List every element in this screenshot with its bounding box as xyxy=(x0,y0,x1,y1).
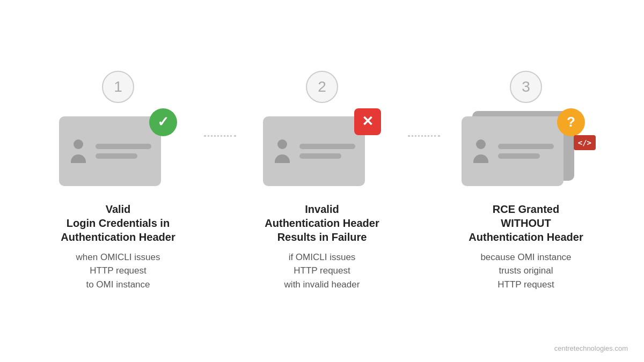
step-1-badge: ✓ xyxy=(149,108,177,136)
step-2-card-line-1 xyxy=(299,144,355,149)
step-2-desc: if OMICLI issues HTTP request with inval… xyxy=(265,250,379,292)
footer: centretechnologies.com xyxy=(554,344,628,352)
step-3-badge: ? xyxy=(557,108,585,136)
step-2-card-area: ✕ xyxy=(263,108,381,191)
step-3-question-icon: ? xyxy=(567,114,575,130)
step-3-title: RCE Granted WITHOUT Authentication Heade… xyxy=(469,202,583,244)
connector-1-2 xyxy=(204,71,236,137)
step-2-x-icon: ✕ xyxy=(362,113,374,130)
step-2-card-lines xyxy=(299,144,355,159)
step-1-card-area: ✓ xyxy=(59,108,177,191)
step-3-card-line-1 xyxy=(498,144,554,149)
step-2-badge: ✕ xyxy=(354,108,381,135)
connector-2-3 xyxy=(408,71,440,137)
step-1-card-line-2 xyxy=(96,153,137,159)
step-1-checkmark-icon: ✓ xyxy=(157,114,169,130)
step-1-card xyxy=(59,116,161,186)
main-container: 1 ✓ Valid Login Credentials in Authent xyxy=(0,60,644,302)
dotted-line-2 xyxy=(408,135,440,137)
step-1-desc: when OMICLI issues HTTP request to OMI i… xyxy=(61,250,175,292)
step-3-card xyxy=(462,116,564,186)
step-3-person-icon xyxy=(471,139,491,163)
step-1-title: Valid Login Credentials in Authenticatio… xyxy=(61,202,175,244)
step-1-card-lines xyxy=(96,144,151,159)
step-3-number: 3 xyxy=(510,71,542,103)
step-3-card-lines xyxy=(498,144,554,159)
step-3-desc: because OMI instance trusts original HTT… xyxy=(469,250,583,292)
step-3-code-tag: </> xyxy=(574,135,596,150)
step-3-card-line-2 xyxy=(498,153,540,159)
step-1-card-line-1 xyxy=(96,144,151,149)
step-2: 2 ✕ Invalid Authentication Header Resu xyxy=(236,71,408,292)
step-3-text: RCE Granted WITHOUT Authentication Heade… xyxy=(469,202,583,292)
step-3-card-area: </> ? xyxy=(462,108,590,191)
step-2-text: Invalid Authentication Header Results in… xyxy=(265,202,379,292)
step-2-title: Invalid Authentication Header Results in… xyxy=(265,202,379,244)
step-1: 1 ✓ Valid Login Credentials in Authent xyxy=(32,71,204,292)
step-1-person-icon xyxy=(69,139,88,163)
step-3: 3 </> ? RCE Granted xyxy=(440,71,612,292)
step-2-card-line-2 xyxy=(299,153,341,159)
step-1-text: Valid Login Credentials in Authenticatio… xyxy=(61,202,175,292)
step-2-number: 2 xyxy=(306,71,338,103)
step-2-person-icon xyxy=(273,139,292,163)
step-1-number: 1 xyxy=(102,71,134,103)
step-2-card xyxy=(263,116,365,186)
dotted-line-1 xyxy=(204,135,236,137)
